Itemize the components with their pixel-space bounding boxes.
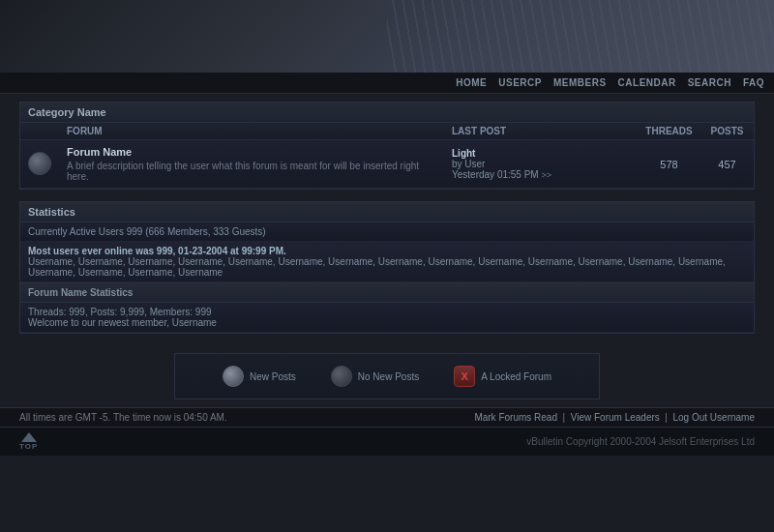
no-new-posts-label: No New Posts <box>358 371 419 382</box>
view-forum-leaders-link[interactable]: View Forum Leaders <box>571 412 660 423</box>
nav-search[interactable]: SEARCH <box>688 77 731 88</box>
top-arrow-icon <box>21 432 37 442</box>
forum-stats-details: Threads: 999, Posts: 9,999, Members: 999… <box>20 303 754 333</box>
username-list: Username, Username, Username, Username, … <box>28 256 726 278</box>
legend-locked: X A Locked Forum <box>454 366 551 387</box>
nav-faq[interactable]: FAQ <box>743 77 764 88</box>
main-content: Category Name Forum Last Post Threads Po… <box>0 94 774 353</box>
forum-description: A brief description telling the user wha… <box>67 161 436 182</box>
bottom-bar: TOP vBulletin Copyright 2000-2004 Jelsof… <box>0 427 774 456</box>
col-threads: Threads <box>638 123 700 140</box>
header-banner <box>0 0 774 73</box>
forum-info-cell: Forum Name A brief description telling t… <box>59 140 444 189</box>
last-post-cell: Light by User Yesterday 01:55 PM >> <box>444 140 638 189</box>
footer-links: Mark Forums Read | View Forum Leaders | … <box>474 412 755 423</box>
col-forum: Forum <box>59 123 444 140</box>
col-icon <box>20 123 59 140</box>
last-post-by: by User Yesterday 01:55 PM >> <box>452 159 630 180</box>
most-users-row: Most users ever online was 999, 01-23-20… <box>20 242 754 282</box>
posts-count: 457 <box>700 140 754 189</box>
legend-wrapper: New Posts No New Posts X A Locked Forum <box>0 353 774 399</box>
col-posts: Posts <box>700 123 754 140</box>
category-block: Category Name Forum Last Post Threads Po… <box>19 102 755 190</box>
legend-no-new-posts: No New Posts <box>331 366 419 387</box>
most-users-text: Most users ever online was 999, 01-23-20… <box>28 246 286 256</box>
statistics-header: Statistics <box>20 202 754 222</box>
table-row: Forum Name A brief description telling t… <box>20 140 754 189</box>
last-post-time: Yesterday 01:55 PM <box>452 169 539 180</box>
threads-count: 578 <box>638 140 700 189</box>
active-users-row: Currently Active Users 999 (666 Members,… <box>20 222 754 242</box>
copyright-text: vBulletin Copyright 2000-2004 Jelsoft En… <box>526 436 755 447</box>
locked-label: A Locked Forum <box>481 371 551 382</box>
new-posts-label: New Posts <box>250 371 296 382</box>
top-button[interactable]: TOP <box>19 432 38 451</box>
locked-icon: X <box>454 366 475 387</box>
newest-member: Welcome to our newest member, Username <box>28 317 746 328</box>
forum-icon-cell <box>20 140 59 189</box>
nav-members[interactable]: MEMBERS <box>553 77 607 88</box>
nav-usercp[interactable]: USERCP <box>498 77 542 88</box>
legend-new-posts: New Posts <box>223 366 296 387</box>
forum-status-icon <box>28 152 51 175</box>
last-post-thread[interactable]: Light <box>452 148 630 159</box>
forum-name[interactable]: Forum Name <box>67 146 436 158</box>
logout-link[interactable]: Log Out Username <box>673 412 756 423</box>
last-post-arrow-icon: >> <box>541 170 551 180</box>
top-label: TOP <box>19 442 38 451</box>
no-new-posts-icon <box>331 366 352 387</box>
timezone-text: All times are GMT -5. The time now is 04… <box>19 412 227 423</box>
nav-home[interactable]: HOME <box>456 77 487 88</box>
forum-stats-subheader: Forum Name Statistics <box>20 282 754 303</box>
col-last-post: Last Post <box>444 123 638 140</box>
forum-table: Forum Last Post Threads Posts Forum Name… <box>20 123 754 189</box>
legend-area: New Posts No New Posts X A Locked Forum <box>174 353 600 399</box>
footer-bar: All times are GMT -5. The time now is 04… <box>0 407 774 427</box>
forum-stats-line: Threads: 999, Posts: 9,999, Members: 999 <box>28 307 746 317</box>
new-posts-icon <box>223 366 244 387</box>
statistics-block: Statistics Currently Active Users 999 (6… <box>19 201 755 334</box>
nav-calendar[interactable]: CALENDAR <box>618 77 676 88</box>
nav-bar: HOME USERCP MEMBERS CALENDAR SEARCH FAQ <box>0 73 774 94</box>
mark-forums-read-link[interactable]: Mark Forums Read <box>474 412 557 423</box>
category-header: Category Name <box>20 103 754 123</box>
